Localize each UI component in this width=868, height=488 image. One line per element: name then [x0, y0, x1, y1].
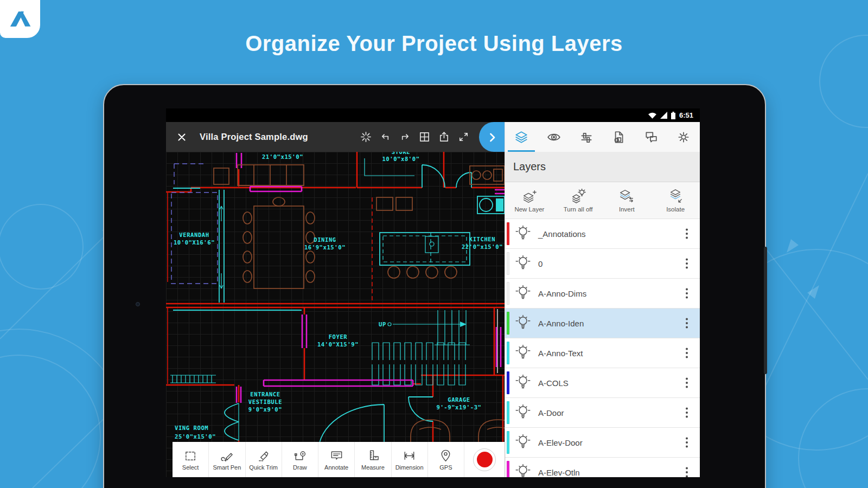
tab-visibility[interactable] — [538, 122, 570, 152]
room-label-garage-dims: 9'-9"x19'-3" — [436, 404, 481, 410]
room-label-dining-dims: 16'9"x15'0" — [304, 244, 346, 251]
layer-visibility-bulb-icon[interactable] — [515, 464, 531, 477]
layer-options-icon[interactable] — [685, 347, 689, 359]
select-icon — [183, 448, 198, 463]
tablet-screen: 6:51 — [166, 108, 700, 477]
tool-gps[interactable]: GPS — [428, 442, 464, 477]
room-label-store-dims: 10'0"x8'0" — [382, 156, 419, 162]
layer-row[interactable]: A-Anno-Dims — [505, 279, 700, 309]
layer-options-icon[interactable] — [685, 407, 689, 419]
layer-row[interactable]: A-Door — [505, 398, 700, 428]
new-layer-button[interactable]: New Layer — [505, 182, 554, 219]
smart-pen-icon — [220, 448, 234, 463]
room-label-foyer-dims: 14'0"X15'9" — [317, 341, 359, 348]
layer-row[interactable]: _Annotations — [505, 219, 700, 249]
layer-row[interactable]: A-Anno-Text — [505, 338, 700, 368]
autodesk-logo — [0, 0, 40, 38]
layer-visibility-bulb-icon[interactable] — [515, 434, 531, 451]
room-label-foyer: FOYER — [329, 333, 348, 340]
tool-draw[interactable]: Draw — [282, 442, 318, 477]
layer-name: _Annotations — [538, 229, 586, 239]
layer-list: _Annotations 0 A-Anno-Dims — [505, 219, 700, 477]
layer-visibility-bulb-icon[interactable] — [515, 344, 531, 362]
chevron-right-icon — [486, 130, 499, 144]
tab-layers[interactable] — [505, 122, 538, 152]
document-title: Villa Project Sample.dwg — [200, 132, 308, 142]
drawing-canvas-area[interactable]: 21'0"x15'0" STORE 10'0"x8'0" VERANDAH 10… — [166, 122, 505, 477]
room-label-lounge-dims: 21'0"x15'0" — [262, 153, 303, 160]
page-title: Organize Your Project Using Layers — [0, 31, 868, 56]
status-bar: 6:51 — [166, 108, 700, 122]
layer-options-icon[interactable] — [685, 317, 689, 329]
comments-icon — [644, 130, 658, 144]
tool-select[interactable]: Select — [173, 442, 209, 477]
layer-visibility-bulb-icon[interactable] — [515, 374, 531, 391]
zoom-fit-icon[interactable] — [360, 131, 372, 143]
redo-icon[interactable] — [399, 131, 411, 143]
layer-name: A-COLS — [538, 378, 569, 388]
room-label-kitchen: KITCHEN — [469, 236, 495, 242]
layer-options-icon[interactable] — [685, 377, 689, 389]
layer-name: 0 — [538, 259, 542, 268]
tool-smart-pen[interactable]: Smart Pen — [209, 442, 245, 477]
layer-visibility-bulb-icon[interactable] — [515, 255, 531, 272]
collapse-panel-button[interactable] — [479, 122, 505, 152]
isolate-icon — [667, 188, 684, 204]
tool-measure[interactable]: Measure — [355, 442, 391, 477]
invert-button[interactable]: Invert — [603, 182, 652, 219]
fullscreen-icon[interactable] — [457, 131, 470, 143]
layer-options-icon[interactable] — [685, 436, 689, 448]
layer-color-stripe — [507, 312, 509, 335]
tab-settings[interactable] — [667, 122, 700, 152]
tools-toolbar: Select Smart Pen Qui — [173, 442, 505, 477]
new-layer-icon — [521, 188, 538, 204]
layer-row[interactable]: 0 — [505, 249, 700, 279]
isolate-button[interactable]: Isolate — [651, 182, 700, 219]
xref-document-icon — [611, 130, 626, 144]
layer-color-stripe — [507, 371, 509, 394]
tab-comments[interactable] — [635, 122, 667, 152]
share-icon[interactable] — [438, 131, 450, 143]
panel-title: Layers — [505, 152, 700, 182]
cad-drawing[interactable]: 21'0"x15'0" STORE 10'0"x8'0" VERANDAH 10… — [166, 122, 505, 477]
layer-color-stripe — [507, 342, 509, 364]
layer-options-icon[interactable] — [685, 287, 689, 299]
layer-name: A-Anno-Text — [538, 349, 583, 358]
record-dot-icon — [477, 452, 493, 467]
tab-adjust[interactable] — [570, 122, 603, 152]
layer-color-stripe — [507, 431, 509, 454]
quick-trim-icon — [256, 448, 271, 463]
draw-icon — [292, 448, 307, 463]
layer-row[interactable]: A-Elev-Door — [505, 428, 700, 458]
close-icon[interactable] — [176, 131, 188, 143]
invert-icon — [618, 188, 635, 204]
room-label-verandah: VERANDAH — [179, 232, 209, 238]
undo-icon[interactable] — [379, 131, 392, 143]
layer-actions: New Layer Turn all off — [505, 182, 700, 219]
layer-row[interactable]: A-Elev-Otln — [505, 458, 700, 477]
tool-quick-trim[interactable]: Quick Trim — [246, 442, 282, 477]
tool-annotate[interactable]: Annotate — [318, 442, 355, 477]
layer-row[interactable]: A-Anno-Iden — [505, 309, 700, 338]
turn-all-off-button[interactable]: Turn all off — [554, 182, 603, 219]
layer-visibility-bulb-icon[interactable] — [515, 225, 531, 242]
layer-row[interactable]: A-COLS — [505, 368, 700, 398]
layer-color-stripe — [507, 282, 509, 305]
tool-dimension[interactable]: Dimension — [392, 442, 428, 477]
document-toolbar-icons — [360, 131, 470, 143]
layer-options-icon[interactable] — [685, 228, 689, 240]
layers-panel: Layers New Layer — [505, 122, 700, 477]
record-button[interactable] — [473, 448, 496, 471]
layer-name: A-Elev-Door — [538, 438, 583, 447]
tab-xref[interactable] — [602, 122, 635, 152]
layer-name: A-Anno-Dims — [538, 289, 586, 298]
layer-options-icon[interactable] — [685, 466, 689, 477]
viewports-icon[interactable] — [418, 131, 431, 143]
wifi-icon — [648, 112, 656, 119]
layer-visibility-bulb-icon[interactable] — [515, 404, 531, 421]
stairs-up-label: UP — [379, 321, 386, 328]
layer-options-icon[interactable] — [685, 258, 689, 269]
layer-visibility-bulb-icon[interactable] — [515, 285, 531, 302]
layer-visibility-bulb-icon[interactable] — [515, 314, 531, 332]
document-toolbar: Villa Project Sample.dwg — [166, 122, 505, 152]
